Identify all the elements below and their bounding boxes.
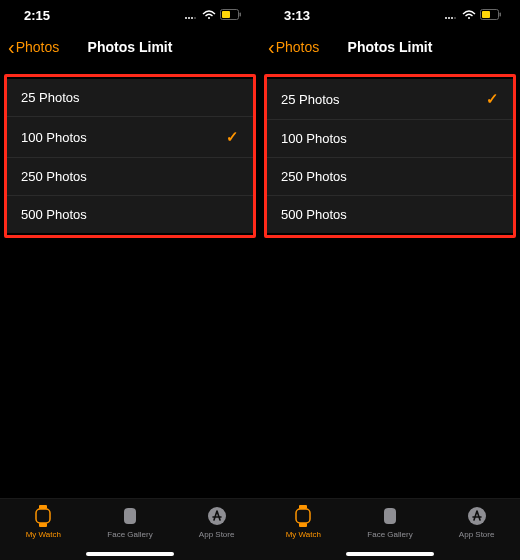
option-row-25[interactable]: 25 Photos ✓ <box>267 79 513 120</box>
status-right <box>444 8 502 23</box>
battery-icon <box>480 8 502 23</box>
tab-label: My Watch <box>286 530 321 539</box>
content-spacer <box>0 238 260 498</box>
tab-label: App Store <box>459 530 495 539</box>
svg-point-17 <box>468 17 470 19</box>
home-indicator[interactable] <box>86 552 174 556</box>
svg-point-0 <box>185 17 187 19</box>
nav-bar: ‹ Photos Photos Limit <box>0 30 260 64</box>
content-spacer <box>260 238 520 498</box>
option-label: 100 Photos <box>281 131 347 146</box>
svg-rect-6 <box>222 11 230 18</box>
svg-point-13 <box>445 17 447 19</box>
phone-screen-left: 2:15 ‹ Photos Photos Limit 25 Photos 100… <box>0 0 260 560</box>
status-right <box>184 8 242 23</box>
face-gallery-icon <box>119 505 141 527</box>
tab-face-gallery[interactable]: Face Gallery <box>350 505 430 539</box>
svg-point-1 <box>188 17 190 19</box>
svg-rect-20 <box>500 12 502 16</box>
tab-bar: My Watch Face Gallery App Store <box>0 498 260 560</box>
app-store-icon <box>466 505 488 527</box>
status-time: 3:13 <box>284 8 310 23</box>
back-label: Photos <box>276 39 320 55</box>
checkmark-icon: ✓ <box>226 128 239 146</box>
svg-point-25 <box>468 507 486 525</box>
option-label: 250 Photos <box>21 169 87 184</box>
svg-rect-11 <box>124 508 136 524</box>
back-label: Photos <box>16 39 60 55</box>
svg-point-12 <box>208 507 226 525</box>
svg-rect-19 <box>482 11 490 18</box>
option-row-250[interactable]: 250 Photos <box>7 158 253 196</box>
svg-rect-7 <box>240 12 242 16</box>
page-title: Photos Limit <box>348 39 433 55</box>
tab-label: Face Gallery <box>367 530 412 539</box>
wifi-icon <box>462 8 476 23</box>
face-gallery-icon <box>379 505 401 527</box>
option-row-100[interactable]: 100 Photos <box>267 120 513 158</box>
chevron-left-icon: ‹ <box>8 37 15 57</box>
signal-icon <box>444 8 458 23</box>
battery-icon <box>220 8 242 23</box>
tab-label: App Store <box>199 530 235 539</box>
option-row-500[interactable]: 500 Photos <box>267 196 513 233</box>
svg-rect-24 <box>384 508 396 524</box>
option-row-100[interactable]: 100 Photos ✓ <box>7 117 253 158</box>
status-bar: 3:13 <box>260 0 520 30</box>
svg-point-3 <box>194 17 196 19</box>
watch-icon <box>292 505 314 527</box>
option-label: 25 Photos <box>21 90 80 105</box>
status-time: 2:15 <box>24 8 50 23</box>
svg-rect-22 <box>296 509 310 523</box>
tab-my-watch[interactable]: My Watch <box>263 505 343 539</box>
watch-icon <box>32 505 54 527</box>
tab-bar: My Watch Face Gallery App Store <box>260 498 520 560</box>
wifi-icon <box>202 8 216 23</box>
signal-icon <box>184 8 198 23</box>
status-bar: 2:15 <box>0 0 260 30</box>
options-list-highlight: 25 Photos 100 Photos ✓ 250 Photos 500 Ph… <box>4 74 256 238</box>
tab-my-watch[interactable]: My Watch <box>3 505 83 539</box>
option-label: 500 Photos <box>281 207 347 222</box>
svg-point-2 <box>191 17 193 19</box>
option-label: 500 Photos <box>21 207 87 222</box>
option-label: 100 Photos <box>21 130 87 145</box>
tab-app-store[interactable]: App Store <box>177 505 257 539</box>
svg-rect-10 <box>39 523 47 527</box>
option-label: 25 Photos <box>281 92 340 107</box>
phone-screen-right: 3:13 ‹ Photos Photos Limit 25 Photos ✓ 1… <box>260 0 520 560</box>
option-row-250[interactable]: 250 Photos <box>267 158 513 196</box>
app-store-icon <box>206 505 228 527</box>
home-indicator[interactable] <box>346 552 434 556</box>
chevron-left-icon: ‹ <box>268 37 275 57</box>
page-title: Photos Limit <box>88 39 173 55</box>
tab-label: My Watch <box>26 530 61 539</box>
option-row-500[interactable]: 500 Photos <box>7 196 253 233</box>
nav-bar: ‹ Photos Photos Limit <box>260 30 520 64</box>
tab-label: Face Gallery <box>107 530 152 539</box>
checkmark-icon: ✓ <box>486 90 499 108</box>
options-list-highlight: 25 Photos ✓ 100 Photos 250 Photos 500 Ph… <box>264 74 516 238</box>
svg-rect-9 <box>36 509 50 523</box>
tab-app-store[interactable]: App Store <box>437 505 517 539</box>
tab-face-gallery[interactable]: Face Gallery <box>90 505 170 539</box>
option-row-25[interactable]: 25 Photos <box>7 79 253 117</box>
option-label: 250 Photos <box>281 169 347 184</box>
svg-point-14 <box>448 17 450 19</box>
back-button[interactable]: ‹ Photos <box>268 37 319 57</box>
svg-point-15 <box>451 17 453 19</box>
back-button[interactable]: ‹ Photos <box>8 37 59 57</box>
svg-rect-23 <box>299 523 307 527</box>
svg-point-4 <box>208 17 210 19</box>
svg-point-16 <box>454 17 456 19</box>
